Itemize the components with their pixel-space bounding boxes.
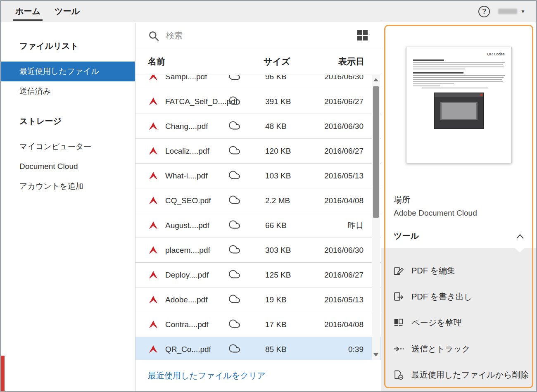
tools-header: ツール [394, 230, 525, 242]
tool-edit-pdf[interactable]: PDF を編集 [381, 258, 536, 284]
panel-notch [515, 248, 525, 252]
tool-label: 送信とトラック [411, 343, 470, 354]
file-name: Localiz....pdf [165, 147, 229, 156]
file-date: 昨日 [311, 220, 364, 231]
clear-recent-files-link[interactable]: 最近使用したファイルをクリア [148, 370, 266, 381]
cloud-icon [229, 75, 240, 83]
scrollbar[interactable] [372, 75, 380, 360]
sidebar-heading-storage: ストレージ [1, 116, 135, 126]
sidebar-item-sent[interactable]: 送信済み [1, 81, 135, 101]
file-row[interactable]: Chang....pdf 48 KB 2016/06/30 [135, 114, 381, 139]
file-row[interactable]: Localiz....pdf 120 KB 2016/06/27 [135, 139, 381, 164]
file-date: 2016/06/27 [311, 147, 364, 156]
chevron-up-icon[interactable] [516, 233, 525, 240]
pdf-icon [148, 96, 159, 107]
cloud-icon [229, 268, 240, 281]
file-date: 2016/06/27 [311, 271, 364, 280]
column-header-date[interactable]: 表示日 [326, 56, 364, 67]
send-track-icon [393, 343, 404, 354]
tab-home[interactable]: ホーム [8, 1, 48, 22]
column-header-row: 名前 サイズ 表示日 [135, 49, 381, 74]
list-footer: 最近使用したファイルをクリア [135, 360, 381, 391]
cloud-icon [229, 343, 240, 356]
file-row[interactable]: CQ_SEO.pdf 2.2 MB 2016/04/08 [135, 188, 381, 213]
scrollbar-up-arrow[interactable] [372, 75, 380, 85]
file-rows: Sampl....pdf 96 KB 2016/06/30 FATCA_Self… [135, 75, 381, 360]
file-row[interactable]: What-i....pdf 103 KB 2016/05/13 [135, 164, 381, 188]
pdf-icon [148, 344, 159, 355]
user-name-redacted [498, 9, 517, 14]
tool-label: PDF を編集 [411, 265, 455, 276]
cloud-icon [229, 169, 240, 182]
search-input[interactable] [166, 31, 351, 40]
location-value: Adobe Document Cloud [394, 209, 477, 218]
edit-pdf-icon [393, 265, 404, 276]
file-row[interactable]: FATCA_Self_D....pdf 391 KB 2016/06/27 [135, 89, 381, 114]
grid-view-icon[interactable] [357, 30, 368, 41]
column-header-name[interactable]: 名前 [148, 56, 264, 67]
file-row-selected[interactable]: QR_Co....pdf 85 KB 0:39 [135, 337, 381, 360]
sidebar: ファイルリスト 最近使用したファイル 送信済み ストレージ マイコンピューター … [1, 23, 135, 391]
tool-label: PDF を書き出し [411, 291, 472, 302]
file-row[interactable]: Adobe....pdf 19 KB 2016/05/13 [135, 287, 381, 312]
tool-send-track[interactable]: 送信とトラック [381, 336, 536, 362]
pdf-icon [148, 270, 159, 280]
cloud-icon [229, 244, 240, 257]
file-size: 17 KB [265, 320, 311, 329]
chevron-down-icon: ▼ [520, 9, 525, 14]
file-size: 48 KB [265, 122, 311, 131]
file-size: 303 KB [265, 246, 311, 255]
file-date: 2016/06/30 [311, 122, 364, 131]
file-row[interactable]: August....pdf 66 KB 昨日 [135, 213, 381, 238]
file-name: Adobe....pdf [165, 295, 229, 304]
file-size: 120 KB [265, 147, 311, 156]
detail-pane: QR Codes 場所 Adobe Document Cloud ツール [381, 23, 536, 391]
file-list-pane: 名前 サイズ 表示日 Sampl....pdf 96 KB 2016/06/30… [135, 23, 381, 391]
column-header-size[interactable]: サイズ [264, 56, 326, 67]
tool-label: ページを整理 [411, 317, 461, 328]
sidebar-item-document-cloud[interactable]: Document Cloud [1, 157, 135, 176]
cloud-icon [229, 145, 240, 157]
file-date: 0:39 [311, 345, 364, 354]
pdf-icon [148, 295, 159, 305]
pdf-icon [148, 220, 159, 231]
file-size: 2.2 MB [265, 196, 311, 205]
help-icon[interactable]: ? [478, 6, 490, 17]
tool-organize-pages[interactable]: ページを整理 [381, 310, 536, 336]
pdf-icon [148, 195, 159, 206]
sidebar-item-my-computer[interactable]: マイコンピューター [1, 137, 135, 157]
file-row[interactable]: Sampl....pdf 96 KB 2016/06/30 [135, 75, 381, 89]
file-row[interactable]: Contra....pdf 17 KB 2016/04/08 [135, 312, 381, 337]
file-date: 2016/04/08 [311, 196, 364, 205]
cloud-icon [229, 318, 240, 331]
file-size: 103 KB [265, 171, 311, 181]
file-name: placem....pdf [165, 246, 229, 255]
remove-recent-icon [393, 369, 404, 380]
pdf-icon [148, 75, 159, 82]
search-icon [148, 30, 159, 42]
file-name: What-i....pdf [165, 171, 229, 181]
scrollbar-down-arrow[interactable] [372, 350, 380, 360]
topbar-right: ? ▼ [478, 1, 536, 22]
file-name: FATCA_Self_D....pdf [165, 97, 229, 106]
file-name: QR_Co....pdf [165, 345, 229, 354]
user-menu[interactable]: ▼ [498, 9, 525, 14]
file-date: 2016/06/27 [311, 97, 364, 106]
sidebar-item-recent-files[interactable]: 最近使用したファイル [1, 62, 135, 81]
pdf-icon [148, 319, 159, 330]
file-size: 391 KB [265, 97, 311, 106]
cloud-icon [229, 120, 240, 133]
pdf-icon [148, 121, 159, 132]
sidebar-item-add-account[interactable]: アカウントを追加 [1, 176, 135, 196]
tool-export-pdf[interactable]: PDF を書き出し [381, 284, 536, 310]
preview-doc-title: QR Codes [413, 52, 505, 56]
file-date: 2016/05/13 [311, 171, 364, 181]
document-preview: QR Codes [406, 47, 512, 163]
tab-tools[interactable]: ツール [48, 1, 87, 22]
tool-remove-from-recent[interactable]: 最近使用したファイルから削除 [381, 362, 536, 388]
export-pdf-icon [393, 291, 404, 302]
file-row[interactable]: placem....pdf 303 KB 2016/06/30 [135, 238, 381, 263]
file-row[interactable]: Deploy....pdf 125 KB 2016/06/27 [135, 263, 381, 287]
scrollbar-thumb[interactable] [373, 86, 379, 218]
organize-pages-icon [393, 317, 404, 328]
